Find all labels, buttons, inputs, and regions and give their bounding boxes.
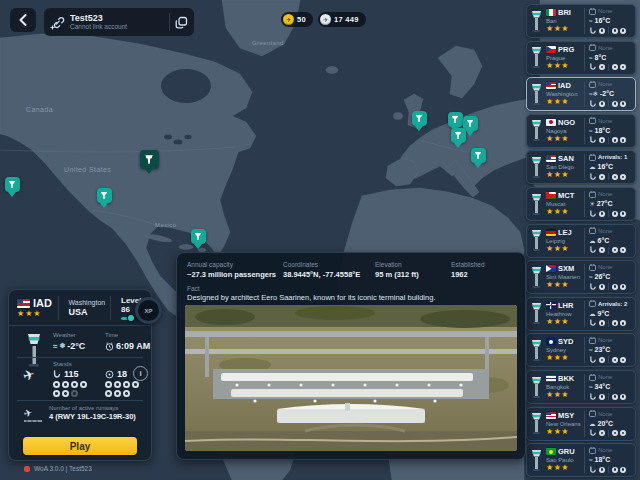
status-text: None <box>598 8 612 14</box>
xp-badge[interactable]: XP <box>135 297 162 324</box>
map-pin-msy[interactable] <box>97 188 112 208</box>
jetbridge-icon <box>589 136 597 144</box>
airport-city: New Orleans <box>546 421 583 427</box>
map-pin-iad[interactable] <box>140 150 159 174</box>
airport-card-ngo[interactable]: NGO Nagoya ★★★ None ≈ 18°C <box>526 114 636 148</box>
status-text: None <box>598 191 612 197</box>
calendar-icon <box>589 410 596 417</box>
catering-badge <box>105 390 112 397</box>
pushback-badge <box>53 381 60 388</box>
gold-currency-value: 50 <box>297 15 306 24</box>
country-flag <box>546 192 556 199</box>
field-value: 1962 <box>451 270 511 279</box>
divider <box>608 283 609 290</box>
catering-badge <box>620 430 626 436</box>
fuel-badge <box>612 247 618 253</box>
services-row <box>589 466 635 474</box>
temperature: 18°C <box>595 456 611 463</box>
gold-currency[interactable]: ✈ 50 <box>281 12 313 27</box>
star-rating: ★★★ <box>546 97 583 106</box>
divider <box>608 173 609 180</box>
services-row <box>589 173 635 181</box>
status-text: None <box>598 118 612 124</box>
country-flag <box>546 9 556 16</box>
airport-aerial-photo <box>185 305 517 451</box>
airport-card-iad[interactable]: IAD Washington ★★★ None ≈❄ -2°C <box>526 77 636 111</box>
fuel-badge <box>612 174 618 180</box>
copy-icon[interactable] <box>175 16 188 29</box>
airport-code: BRI <box>558 8 571 17</box>
usa-flag <box>17 299 30 308</box>
status-text: None <box>598 264 612 270</box>
catering-badge <box>620 64 626 70</box>
divider <box>584 191 585 217</box>
airport-code: SYD <box>558 337 573 346</box>
silver-currency[interactable]: ✈ 17 449 <box>318 12 366 27</box>
divider <box>584 264 585 290</box>
services-row <box>589 246 635 254</box>
services-row <box>589 429 635 437</box>
map-pin[interactable] <box>451 128 466 148</box>
account-panel[interactable]: Test523 Cannot link account <box>44 8 194 36</box>
jetbridge-icon <box>589 356 597 364</box>
temperature: 20°C <box>598 420 614 427</box>
info-field: Annual capacity ~27.3 million passengers <box>187 261 283 279</box>
airport-code: LEJ <box>558 228 572 237</box>
info-fields: Annual capacity ~27.3 million passengers… <box>187 261 517 279</box>
jetbridge-icon <box>589 283 597 291</box>
airport-card-gru[interactable]: GRU Sao Paulo ★★★ None ≈ 18°C <box>526 443 636 477</box>
divider <box>584 8 585 34</box>
back-button[interactable] <box>10 8 36 32</box>
map-pin-san[interactable] <box>5 177 20 197</box>
divider <box>584 447 585 473</box>
map-pin-sxm[interactable] <box>191 229 206 249</box>
fuel-badge <box>612 357 618 363</box>
fuel-badge <box>612 320 618 326</box>
catering-badge <box>620 357 626 363</box>
airport-card-san[interactable]: SAN San Diego ★★★ Arrivals: 1 ☁ 16°C <box>526 150 636 184</box>
fact-text: Designed by architect Eero Saarinen, kno… <box>187 293 515 302</box>
control-tower-icon <box>471 148 486 163</box>
map-pin-lhr[interactable] <box>412 111 427 131</box>
deicing-badge <box>71 390 78 397</box>
control-tower-icon <box>527 151 546 183</box>
airport-card-mct[interactable]: MCT Muscat ★★★ None ☀ 27°C <box>526 187 636 221</box>
airport-code: NGO <box>558 118 575 127</box>
fuel-badge <box>612 101 618 107</box>
fuel-badge <box>612 64 618 70</box>
time-value: 6:09 AM <box>116 341 150 351</box>
pin-tip <box>8 192 16 197</box>
airport-card-lhr[interactable]: LHR Heathrow ★★★ Arrivals: 2 ☁ 9°C <box>526 297 636 331</box>
airport-country: USA <box>68 307 105 317</box>
weather-icon: ≈❄ <box>589 90 598 97</box>
airport-card-msy[interactable]: MSY New Orleans ★★★ None ☁ 20°C <box>526 407 636 441</box>
stand-count: 18 <box>117 369 127 379</box>
silver-currency-value: 17 449 <box>334 15 359 24</box>
fuel-badge <box>612 430 618 436</box>
airport-code: IAD <box>558 81 571 90</box>
play-button[interactable]: Play <box>23 437 137 455</box>
stairs-badge <box>114 381 121 388</box>
control-tower-icon <box>5 177 20 192</box>
airport-card-lej[interactable]: LEJ Leipzig ★★★ None ☁ 6°C <box>526 224 636 258</box>
weather-icon: ≈ <box>589 383 593 390</box>
field-label: Coordinates <box>283 261 375 268</box>
services-row <box>589 100 635 108</box>
pushback-badge <box>599 28 605 34</box>
divider <box>608 393 609 400</box>
airport-card-prg[interactable]: PRG Prague ★★★ None ≈ 8°C <box>526 41 636 75</box>
info-button[interactable]: i <box>133 366 148 381</box>
calendar-icon <box>589 81 596 88</box>
info-field: Coordinates 38.9445°N, -77.4558°E <box>283 261 375 279</box>
control-tower-icon <box>191 229 206 244</box>
control-tower-icon <box>527 371 546 403</box>
airport-card-syd[interactable]: SYD Sydney ★★★ None ≈ 23°C <box>526 333 636 367</box>
field-label: Elevation <box>375 261 451 268</box>
map-pin-bri[interactable] <box>471 148 486 168</box>
catering-badge <box>620 101 626 107</box>
airport-panel-header: IAD ★★★ Washington USA Level 86 XP <box>9 290 151 326</box>
airport-card-bri[interactable]: BRI Bari ★★★ None ≈ 16°C <box>526 4 636 38</box>
status-text: Arrivals: 2 <box>598 301 627 307</box>
airport-card-bkk[interactable]: BKK Bangkok ★★★ None ≈ 34°C <box>526 370 636 404</box>
airport-card-sxm[interactable]: SXM Sint Maarten ★★★ None ≈ 26°C <box>526 260 636 294</box>
